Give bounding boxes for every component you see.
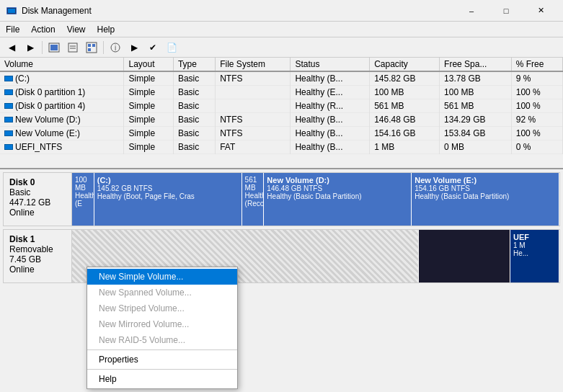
context-menu-item-0[interactable]: New Simple Volume... (87, 269, 237, 285)
toolbar-btn-3[interactable] (45, 40, 63, 55)
partition-label: (C:) (97, 176, 239, 184)
partition-size: 154.16 GB NTFS (415, 184, 556, 192)
table-row[interactable]: (C:) Simple Basic NTFS Healthy (B... 145… (0, 71, 563, 86)
context-menu-item-2: New Striped Volume... (87, 300, 237, 316)
menu-file[interactable]: File (0, 23, 25, 36)
toolbar-separator-1 (42, 41, 43, 54)
partition-1-1[interactable] (419, 230, 510, 282)
title-bar: Disk Management – □ ✕ (0, 0, 563, 22)
cell-status: Healthy (B... (291, 71, 370, 86)
maximize-button[interactable]: □ (489, 0, 523, 22)
cell-fs: FAT (216, 141, 291, 154)
cell-pct: 100 % (511, 99, 562, 113)
menu-view[interactable]: View (61, 23, 92, 36)
cell-free: 134.29 GB (440, 113, 512, 127)
disk-type: Removable (9, 244, 66, 254)
minimize-button[interactable]: – (455, 0, 488, 22)
svg-rect-2 (8, 9, 15, 13)
table-row[interactable]: UEFI_NTFS Simple Basic FAT Healthy (B...… (0, 141, 563, 154)
context-menu-separator (87, 349, 237, 350)
table-row[interactable]: (Disk 0 partition 4) Simple Basic Health… (0, 99, 563, 113)
cell-status: Healthy (R... (291, 99, 370, 113)
toolbar-btn-8[interactable]: ✔ (144, 40, 161, 55)
cell-layout: Simple (124, 113, 173, 127)
partition-0-1[interactable]: (C:) 145.82 GB NTFS Healthy (Boot, Page … (94, 173, 242, 226)
cell-type: Basic (173, 99, 215, 113)
menu-help[interactable]: Help (92, 23, 121, 36)
cell-layout: Simple (124, 71, 173, 86)
cell-free: 13.78 GB (440, 71, 512, 86)
menu-action[interactable]: Action (25, 23, 61, 36)
toolbar-separator-2 (103, 41, 104, 54)
app-title: Disk Management (22, 6, 455, 16)
toolbar-btn-6[interactable]: i (107, 40, 124, 55)
partition-size: 1 M (513, 241, 556, 249)
close-button[interactable]: ✕ (524, 0, 557, 22)
toolbar-btn-5[interactable] (83, 40, 100, 55)
disk-status: Online (9, 208, 66, 218)
context-menu-item-1: New Spanned Volume... (87, 285, 237, 300)
partition-0-4[interactable]: New Volume (E:) 154.16 GB NTFS Healthy (… (412, 173, 559, 226)
cell-volume: UEFI_NTFS (0, 141, 124, 154)
table-row[interactable]: New Volume (D:) Simple Basic NTFS Health… (0, 113, 563, 127)
cell-volume: (C:) (0, 71, 124, 86)
partition-size: 561 MB (245, 176, 261, 192)
cell-capacity: 561 MB (370, 99, 440, 113)
partition-1-2[interactable]: UEF 1 M He... (510, 230, 559, 282)
partition-label: New Volume (E:) (415, 176, 556, 184)
context-menu-item-4: New RAID-5 Volume... (87, 332, 237, 348)
table-row[interactable]: (Disk 0 partition 1) Simple Basic Health… (0, 86, 563, 99)
toolbar-btn-9[interactable]: 📄 (163, 40, 180, 55)
back-button[interactable]: ◀ (3, 40, 20, 55)
context-menu-item-8[interactable]: Help (87, 371, 237, 387)
col-type[interactable]: Type (173, 58, 215, 71)
svg-text:i: i (115, 44, 116, 52)
cell-fs (216, 86, 291, 99)
cell-pct: 0 % (511, 141, 562, 154)
cell-capacity: 146.48 GB (370, 113, 440, 127)
cell-volume: (Disk 0 partition 4) (0, 99, 124, 113)
cell-volume: New Volume (D:) (0, 113, 124, 127)
col-capacity[interactable]: Capacity (370, 58, 440, 71)
partition-label: UEF (513, 233, 556, 241)
svg-rect-11 (88, 48, 91, 51)
disk-name: Disk 1 (9, 234, 66, 244)
cell-fs: NTFS (216, 71, 291, 86)
col-pctfree[interactable]: % Free (511, 58, 562, 71)
svg-rect-5 (68, 43, 77, 52)
forward-button[interactable]: ▶ (22, 40, 39, 55)
partition-0-0[interactable]: 100 MB Healthy (E (72, 173, 94, 226)
partition-status: He... (513, 249, 556, 257)
partition-status: Healthy (Boot, Page File, Cras (97, 192, 239, 200)
context-menu-item-6[interactable]: Properties (87, 352, 237, 368)
col-freespace[interactable]: Free Spa... (440, 58, 512, 71)
partition-0-3[interactable]: New Volume (D:) 146.48 GB NTFS Healthy (… (264, 173, 412, 226)
partition-0-2[interactable]: 561 MB Healthy (Reco (242, 173, 265, 226)
cell-pct: 100 % (511, 127, 562, 141)
table-row[interactable]: New Volume (E:) Simple Basic NTFS Health… (0, 127, 563, 141)
disk-size: 7.45 GB (9, 254, 66, 264)
col-layout[interactable]: Layout (124, 58, 173, 71)
app-icon (6, 5, 17, 17)
disk-name: Disk 0 (9, 177, 66, 187)
cell-volume: (Disk 0 partition 1) (0, 86, 124, 99)
cell-status: Healthy (B... (291, 127, 370, 141)
toolbar-btn-7[interactable]: ▶ (125, 40, 143, 55)
svg-rect-9 (88, 44, 91, 47)
toolbar: ◀ ▶ i ▶ ✔ 📄 (0, 37, 563, 58)
cell-free: 100 MB (440, 86, 512, 99)
col-filesystem[interactable]: File System (216, 58, 291, 71)
partition-status: Healthy (Basic Data Partition) (267, 192, 408, 200)
col-status[interactable]: Status (291, 58, 370, 71)
disk-table-area[interactable]: Volume Layout Type File System Status Ca… (0, 58, 563, 169)
col-volume[interactable]: Volume (0, 58, 124, 71)
cell-pct: 9 % (511, 71, 562, 86)
cell-type: Basic (173, 71, 215, 86)
disk-size: 447.12 GB (9, 197, 66, 208)
cell-type: Basic (173, 141, 215, 154)
partition-status: Healthy (E (75, 192, 91, 208)
main-content: Volume Layout Type File System Status Ca… (0, 58, 563, 392)
cell-status: Healthy (B... (291, 141, 370, 154)
disk-partitions-0: 100 MB Healthy (E (C:) 145.82 GB NTFS He… (72, 173, 559, 226)
toolbar-btn-4[interactable] (64, 40, 81, 55)
